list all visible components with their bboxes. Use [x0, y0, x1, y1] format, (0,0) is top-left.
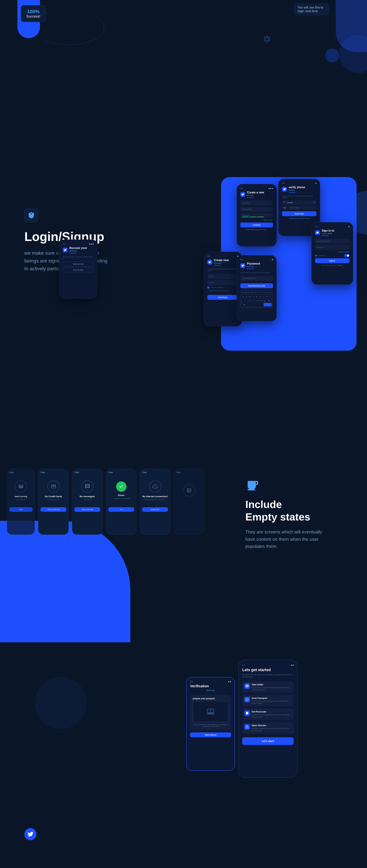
- passport-scan-icon: [246, 698, 249, 701]
- recover-btn1[interactable]: Reset via email: [63, 262, 94, 266]
- ok-btn[interactable]: Ok: [108, 507, 134, 512]
- verify-desc: Please confirm your country and enter yo…: [282, 195, 316, 198]
- gear-icon: [263, 35, 272, 43]
- create-subtitle: Account: [247, 194, 264, 196]
- passrecov-subtitle: Recovery: [247, 266, 260, 268]
- createnew-title: Create new: [214, 259, 229, 262]
- verif-need-help[interactable]: Need help: [190, 689, 231, 691]
- mug-icon-container: [245, 479, 259, 493]
- step-4: Open Dossier Generate a unique password …: [242, 722, 294, 734]
- checkmark-icon: [119, 484, 124, 489]
- keyboard: QWERTYUIOP ASDFGHJKL ⇧ZXCVBNM⌫ 123 ⏎: [240, 289, 273, 308]
- forgot-password-link[interactable]: Forgot Password?: [315, 251, 349, 253]
- recovery-email-input[interactable]: example@mail.com: [240, 276, 273, 281]
- getstarted-phone-title: Lets get started: [242, 668, 294, 672]
- verify-account-link[interactable]: Already have an account? Sign In: [282, 218, 316, 219]
- phone-signin: 9:41 Sign in to Crypto Whale. example@ma…: [311, 222, 353, 285]
- no-internet-title: No Internet connection!: [142, 495, 168, 498]
- lets-start-btn[interactable]: Let's start!: [242, 737, 294, 745]
- recover-app-icon: [63, 248, 67, 252]
- phone-recover: 9:41 Recover your password: [59, 240, 97, 299]
- passrecov-status-bar: 9:41: [240, 259, 273, 260]
- verify-divider: [289, 192, 295, 193]
- verify-app-icon: [282, 187, 287, 192]
- send-recovery-btn[interactable]: Send Recovery Link: [240, 283, 273, 288]
- recover-btn2[interactable]: Reset via SMS: [63, 268, 94, 272]
- biometric-toggle[interactable]: [344, 254, 349, 257]
- phone-number-input[interactable]: 000-0000-00: [288, 206, 316, 210]
- internet-icon-area: No Internet connection! Please check you…: [142, 476, 168, 507]
- error-icon-circle: [15, 480, 27, 493]
- empty-phone-error: Chats went wrong give it another back: [7, 469, 35, 535]
- add-credit-card-btn[interactable]: Add a Credit Card: [40, 507, 66, 512]
- passrecov-divider: [247, 269, 254, 269]
- country-select[interactable]: 🇦🇺 Australia ▼: [282, 200, 316, 205]
- error-state-sub: give it another: [16, 499, 26, 500]
- deco-circle-2: [325, 49, 339, 62]
- enable-wifi-btn[interactable]: Enable WIFI: [142, 507, 168, 512]
- signin-button[interactable]: Sign In: [315, 258, 349, 263]
- signin-status-bar: 9:41: [315, 226, 349, 227]
- hero-success-percent: 100%: [26, 9, 40, 14]
- error-btn[interactable]: back: [9, 507, 32, 512]
- wallet-icon: [186, 488, 192, 493]
- createnew-divider: [214, 265, 221, 266]
- email-input[interactable]: Email Address: [240, 207, 273, 212]
- selfie-icon: [246, 684, 249, 688]
- step-2-icon: [244, 697, 250, 702]
- signin-password-input[interactable]: Password: [315, 245, 349, 250]
- email-valid: ✓ email is correct: [240, 219, 273, 221]
- verify-send-code-btn[interactable]: Send Code: [282, 211, 316, 216]
- signin-email-input[interactable]: example@mail.com: [315, 239, 349, 244]
- no-cards-sub: Go your account: [48, 499, 59, 500]
- hero-login-tooltip: You will use this to login next time: [294, 3, 329, 15]
- wallet-phone-header: Wallet: [176, 471, 202, 473]
- step-2-title: Scan Passport: [252, 697, 291, 700]
- new-chat-btn[interactable]: Start a new chat: [74, 507, 100, 512]
- already-account-link[interactable]: Already have an account? Sign In: [240, 229, 273, 230]
- passport-frame: [193, 701, 228, 722]
- passport-desc: Open the passport to the photo page and …: [193, 724, 228, 727]
- phone-number-row: +61 000-0000-00: [282, 206, 316, 210]
- dashed-arc-decoration: [35, 10, 104, 45]
- step-4-desc: Generate a unique password code to secur…: [252, 727, 291, 732]
- empty-states-title: Include Empty states: [245, 498, 332, 523]
- shield-icon: [28, 212, 35, 219]
- createnew-status-bar: 9:41: [207, 255, 238, 257]
- phone-password-recovery: 9:41 Password Recovery Please enter your…: [237, 255, 277, 321]
- empty-states-section: Chats went wrong give it another back Ch…: [0, 434, 367, 642]
- error-phone-header: Chats: [9, 471, 32, 473]
- verify-header: verify phone Number: [282, 186, 316, 193]
- bird-icon-4: [208, 261, 211, 264]
- remember-checkbox[interactable]: [315, 255, 317, 256]
- continue-btn[interactable]: Continue: [240, 222, 273, 227]
- confirm-check: ✓ Confirmed that one is the same: [207, 290, 238, 291]
- password-checkbox[interactable]: [207, 286, 209, 288]
- step-1-desc: Take a selfie to prove you identity and …: [252, 687, 291, 691]
- empty-phone-wallet: Wallet: [174, 469, 204, 535]
- createnew-desc: Create strong and long password to prote…: [207, 268, 238, 271]
- open-camera-btn[interactable]: Open Camera: [190, 733, 231, 737]
- confirm-password-input[interactable]: ••••••••: [207, 280, 238, 285]
- verify-subtitle: Number: [289, 189, 305, 191]
- send-code-btn[interactable]: Send Code: [207, 295, 238, 300]
- signin-header: Sign in to Crypto Whale.: [315, 229, 349, 236]
- createnew-app-icon: [207, 260, 212, 265]
- create-header: Create a new Account: [240, 191, 273, 198]
- step-1-title: Take Selfie: [252, 683, 291, 686]
- dossier-icon: [246, 725, 249, 728]
- signin-register-link[interactable]: Don't have an account? Register: [315, 265, 349, 266]
- wallet-icon-circle: [183, 484, 195, 496]
- step-1: Take Selfie Take a selfie to prove you i…: [242, 681, 294, 693]
- empty-phone-no-cards: Chats No Credit Cards Go your account Ad…: [38, 469, 68, 535]
- done-check-circle: [116, 482, 126, 492]
- credit-card-icon: [51, 484, 56, 489]
- cloud-off-icon: [152, 484, 158, 489]
- bird-icon-6: [316, 231, 319, 234]
- error-icon: [18, 484, 24, 489]
- fullname-input[interactable]: Full name: [240, 200, 273, 205]
- wallet-icon-area: [176, 476, 202, 507]
- password-input[interactable]: Password ...: [240, 213, 273, 218]
- step-3-desc: Generate a unique password code to secur…: [252, 714, 291, 718]
- new-password-input[interactable]: ••••••••: [207, 274, 238, 279]
